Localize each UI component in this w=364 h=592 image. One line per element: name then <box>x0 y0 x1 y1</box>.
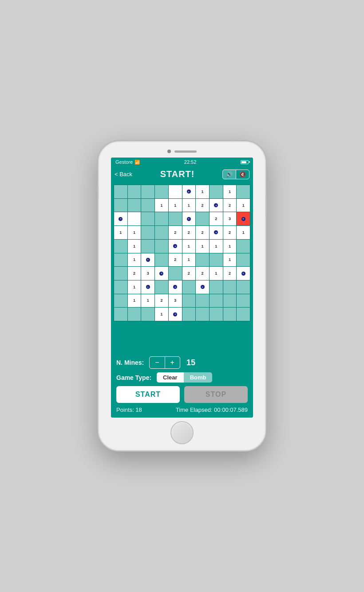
grid-cell[interactable] <box>141 226 154 239</box>
grid-cell[interactable] <box>182 280 196 294</box>
grid-cell[interactable] <box>210 199 223 212</box>
grid-cell[interactable]: 1 <box>128 226 141 239</box>
grid-cell[interactable]: 3 <box>169 294 182 308</box>
grid-cell[interactable] <box>141 185 154 198</box>
grid-cell[interactable]: 2 <box>196 267 209 280</box>
grid-cell[interactable]: 2 <box>210 212 223 225</box>
grid-cell[interactable]: 3 <box>223 212 237 225</box>
grid-cell[interactable]: 2 <box>169 253 182 267</box>
grid-cell[interactable] <box>114 267 127 280</box>
home-button[interactable] <box>170 421 194 444</box>
grid-cell[interactable] <box>155 185 168 198</box>
grid-cell[interactable]: 1 <box>114 226 127 239</box>
back-label[interactable]: < Back <box>115 171 132 178</box>
grid-cell[interactable] <box>128 185 141 198</box>
grid-cell[interactable] <box>196 280 209 294</box>
grid-cell[interactable] <box>196 253 209 267</box>
grid-cell[interactable]: 3 <box>141 267 154 280</box>
grid-cell[interactable]: 2 <box>223 199 237 212</box>
grid-cell[interactable] <box>155 226 168 239</box>
grid-cell[interactable]: 1 <box>223 240 237 253</box>
bomb-mode-button[interactable]: Bomb <box>184 372 213 383</box>
grid-cell[interactable] <box>169 280 182 294</box>
grid-cell[interactable] <box>141 240 154 253</box>
grid-cell[interactable]: 1 <box>237 226 250 239</box>
grid-cell[interactable] <box>141 212 154 225</box>
grid-cell[interactable] <box>210 253 223 267</box>
grid-cell[interactable] <box>223 294 237 308</box>
grid-cell[interactable]: 2 <box>223 267 237 280</box>
grid-cell[interactable]: 1 <box>223 253 237 267</box>
grid-cell[interactable] <box>141 280 154 294</box>
grid-cell[interactable] <box>210 226 223 239</box>
grid-cell[interactable] <box>128 199 141 212</box>
grid-cell[interactable]: 1 <box>182 253 196 267</box>
grid-cell[interactable]: 2 <box>169 226 182 239</box>
mines-decrease-button[interactable]: − <box>150 357 164 368</box>
grid-cell[interactable] <box>237 185 250 198</box>
grid-cell[interactable]: 2 <box>182 267 196 280</box>
mines-increase-button[interactable]: + <box>165 357 180 368</box>
grid-cell[interactable] <box>155 253 168 267</box>
grid-cell[interactable] <box>114 294 127 308</box>
grid-cell[interactable] <box>182 294 196 308</box>
grid-cell[interactable] <box>182 308 196 321</box>
grid-cell[interactable] <box>169 240 182 253</box>
grid-cell[interactable] <box>237 253 250 267</box>
grid-cell[interactable] <box>128 308 141 321</box>
grid-cell[interactable] <box>210 280 223 294</box>
grid-cell[interactable] <box>210 294 223 308</box>
grid-cell[interactable] <box>141 308 154 321</box>
grid-cell[interactable] <box>237 240 250 253</box>
grid-cell[interactable]: 1 <box>128 240 141 253</box>
grid-cell[interactable] <box>223 308 237 321</box>
grid-cell[interactable] <box>155 280 168 294</box>
grid-cell[interactable] <box>155 267 168 280</box>
grid-cell[interactable] <box>128 212 141 225</box>
grid-cell[interactable] <box>223 280 237 294</box>
grid-cell[interactable] <box>182 185 196 198</box>
grid-cell[interactable] <box>237 308 250 321</box>
grid-cell[interactable]: 1 <box>128 280 141 294</box>
sound-on-button[interactable]: 🔊 <box>223 170 236 179</box>
grid-cell[interactable] <box>114 185 127 198</box>
sound-off-button[interactable]: 🔇 <box>236 170 249 179</box>
grid-cell[interactable]: 2 <box>196 199 209 212</box>
grid-cell[interactable] <box>210 308 223 321</box>
grid-cell[interactable] <box>237 212 250 225</box>
grid-cell[interactable] <box>169 185 182 198</box>
grid-cell[interactable]: 2 <box>155 294 168 308</box>
game-grid[interactable]: 11111221231122221111111211232212111231 <box>114 185 250 321</box>
grid-cell[interactable]: 1 <box>128 294 141 308</box>
grid-cell[interactable] <box>169 267 182 280</box>
grid-cell[interactable]: 1 <box>155 308 168 321</box>
grid-cell[interactable]: 2 <box>223 226 237 239</box>
grid-cell[interactable] <box>114 212 127 225</box>
grid-cell[interactable] <box>114 240 127 253</box>
grid-cell[interactable]: 1 <box>182 199 196 212</box>
grid-cell[interactable] <box>196 294 209 308</box>
grid-cell[interactable] <box>169 308 182 321</box>
grid-cell[interactable]: 1 <box>210 267 223 280</box>
grid-cell[interactable]: 1 <box>196 185 209 198</box>
grid-cell[interactable] <box>210 185 223 198</box>
grid-cell[interactable] <box>114 253 127 267</box>
grid-cell[interactable]: 1 <box>196 240 209 253</box>
grid-cell[interactable]: 1 <box>155 199 168 212</box>
grid-cell[interactable] <box>196 308 209 321</box>
grid-cell[interactable] <box>141 253 154 267</box>
grid-cell[interactable] <box>182 212 196 225</box>
grid-cell[interactable]: 1 <box>128 253 141 267</box>
grid-cell[interactable]: 2 <box>196 226 209 239</box>
grid-cell[interactable]: 1 <box>169 199 182 212</box>
grid-cell[interactable] <box>237 294 250 308</box>
grid-cell[interactable] <box>114 280 127 294</box>
grid-cell[interactable]: 1 <box>182 240 196 253</box>
grid-cell[interactable]: 1 <box>237 199 250 212</box>
stop-button[interactable]: STOP <box>184 386 248 403</box>
back-button[interactable]: < Back <box>115 171 132 178</box>
grid-cell[interactable] <box>155 212 168 225</box>
grid-cell[interactable] <box>237 267 250 280</box>
grid-cell[interactable]: 1 <box>223 185 237 198</box>
start-button[interactable]: START <box>116 386 180 403</box>
